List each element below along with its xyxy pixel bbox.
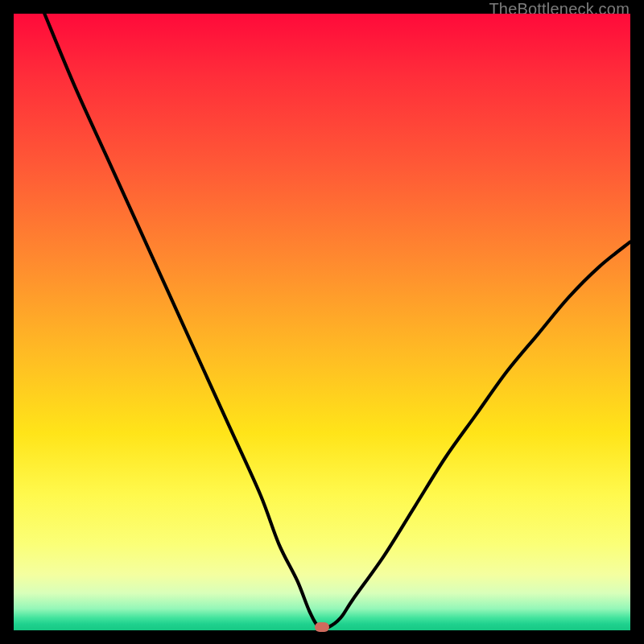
- optimal-point-marker: [315, 622, 329, 632]
- plot-area: [14, 14, 630, 630]
- chart-frame: TheBottleneck.com: [0, 0, 644, 644]
- bottleneck-curve: [14, 14, 630, 630]
